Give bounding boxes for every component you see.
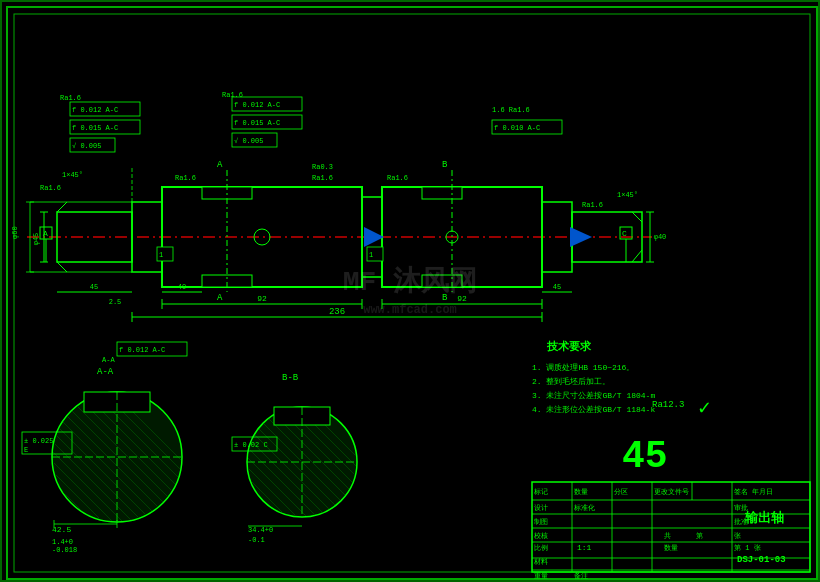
svg-rect-0	[7, 7, 817, 579]
svg-line-132	[248, 448, 332, 532]
svg-text:A: A	[217, 160, 223, 170]
svg-text:1.4+0: 1.4+0	[52, 538, 73, 546]
svg-text:DSJ-01-03: DSJ-01-03	[737, 555, 786, 565]
svg-line-94	[94, 393, 182, 481]
svg-text:E: E	[24, 446, 28, 454]
svg-point-87	[53, 393, 181, 521]
svg-line-97	[54, 403, 182, 531]
svg-line-102	[54, 453, 125, 524]
svg-text:φ45: φ45	[32, 233, 40, 246]
svg-text:第: 第	[696, 532, 703, 540]
svg-text:C: C	[622, 229, 627, 238]
svg-text:第 1 张: 第 1 张	[734, 544, 761, 552]
svg-line-103	[54, 463, 112, 521]
svg-line-91	[44, 393, 172, 521]
svg-line-22	[632, 212, 642, 222]
svg-text:f 0.010 A-C: f 0.010 A-C	[494, 124, 540, 132]
svg-rect-199	[157, 247, 173, 261]
svg-rect-138	[274, 407, 330, 425]
svg-rect-196	[620, 227, 632, 239]
svg-text:3. 未注尺寸公差按GB/T 1804-m: 3. 未注尺寸公差按GB/T 1804-m	[532, 391, 655, 400]
svg-rect-1	[14, 14, 810, 572]
svg-rect-65	[70, 138, 115, 152]
svg-text:± 0.02 C: ± 0.02 C	[234, 441, 268, 449]
svg-text:Ra1.6: Ra1.6	[175, 174, 196, 182]
svg-rect-63	[70, 120, 140, 134]
svg-marker-25	[570, 227, 592, 247]
svg-text:Ra1.6: Ra1.6	[582, 201, 603, 209]
svg-text:B: B	[442, 160, 448, 170]
svg-line-95	[104, 393, 182, 471]
svg-line-89	[64, 393, 192, 521]
svg-line-121	[248, 408, 356, 516]
svg-text:1: 1	[159, 251, 163, 259]
svg-point-26	[254, 229, 270, 245]
svg-text:A: A	[43, 229, 48, 238]
svg-line-131	[248, 438, 342, 532]
svg-rect-69	[232, 97, 302, 111]
svg-line-137	[248, 498, 282, 532]
svg-text:40: 40	[178, 283, 186, 291]
svg-rect-141	[232, 437, 277, 451]
svg-text:236: 236	[329, 307, 345, 317]
svg-line-128	[238, 408, 356, 526]
svg-text:重量: 重量	[534, 572, 548, 580]
svg-line-126	[298, 408, 356, 466]
svg-text:张: 张	[734, 532, 741, 540]
svg-text:√ 0.005: √ 0.005	[234, 137, 263, 145]
svg-rect-107	[84, 392, 150, 412]
svg-text:制图: 制图	[534, 518, 548, 526]
cad-drawing: 236 92 92 40 45 45 2.5 φ45 φ40	[2, 2, 820, 582]
svg-line-90	[74, 393, 182, 501]
svg-rect-4	[132, 202, 162, 272]
svg-text:数量: 数量	[574, 488, 588, 496]
svg-rect-8	[542, 202, 572, 272]
svg-rect-61	[70, 102, 140, 116]
watermark: MF 沐风网 www.mfcad.com	[343, 263, 477, 319]
svg-text:A-A: A-A	[102, 356, 115, 364]
svg-rect-201	[367, 247, 383, 261]
svg-rect-5	[162, 187, 362, 287]
svg-text:45: 45	[622, 435, 668, 478]
svg-rect-13	[422, 275, 462, 287]
svg-text:更改文件号: 更改文件号	[654, 488, 689, 496]
svg-line-98	[54, 413, 177, 536]
svg-rect-73	[232, 133, 277, 147]
svg-line-88	[54, 393, 182, 521]
svg-text:92: 92	[257, 294, 267, 303]
svg-line-20	[57, 202, 67, 212]
svg-text:1:1: 1:1	[577, 543, 592, 552]
svg-line-122	[258, 408, 356, 506]
svg-text:-0.1: -0.1	[248, 536, 265, 544]
svg-rect-12	[422, 187, 462, 199]
svg-line-105	[54, 483, 86, 515]
svg-text:42.5: 42.5	[52, 525, 71, 534]
svg-line-92	[34, 393, 182, 541]
svg-text:1.6  Ra1.6: 1.6 Ra1.6	[492, 106, 530, 114]
svg-text:√ 0.005: √ 0.005	[72, 142, 101, 150]
main-canvas: 236 92 92 40 45 45 2.5 φ45 φ40	[0, 0, 820, 582]
svg-text:34.4+0: 34.4+0	[248, 526, 273, 534]
svg-text:Ra1.6: Ra1.6	[60, 94, 81, 102]
svg-point-120	[248, 408, 356, 516]
watermark-url: www.mfcad.com	[343, 302, 477, 319]
svg-text:标记: 标记	[533, 488, 548, 496]
svg-text:1. 调质处理HB 150~216。: 1. 调质处理HB 150~216。	[532, 363, 634, 372]
svg-text:± 0.025: ± 0.025	[24, 437, 53, 445]
svg-text:4. 未注形位公差按GB/T 1184-k: 4. 未注形位公差按GB/T 1184-k	[532, 405, 655, 414]
svg-rect-156	[532, 482, 810, 572]
svg-text:Ra12.3: Ra12.3	[652, 400, 684, 410]
svg-line-127	[308, 408, 356, 456]
svg-line-100	[54, 433, 151, 530]
svg-text:φ40: φ40	[654, 233, 667, 241]
watermark-logo: MF 沐风网	[343, 267, 477, 298]
svg-text:f 0.015 A-C: f 0.015 A-C	[72, 124, 118, 132]
svg-line-129	[248, 418, 356, 526]
svg-line-93	[84, 393, 182, 491]
svg-text:f 0.015 A-C: f 0.015 A-C	[234, 119, 280, 127]
svg-point-119	[247, 407, 357, 517]
svg-line-96	[114, 393, 182, 461]
svg-text:技术要求: 技术要求	[546, 340, 592, 353]
svg-text:A-A: A-A	[97, 367, 114, 377]
svg-text:比例: 比例	[534, 544, 548, 552]
